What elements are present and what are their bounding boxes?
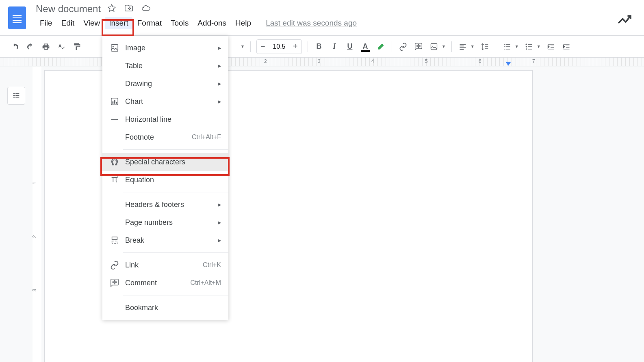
svg-rect-12: [112, 237, 117, 239]
add-comment-button[interactable]: [412, 40, 425, 54]
bulleted-list-caret[interactable]: ▼: [537, 44, 542, 49]
svg-rect-7: [113, 101, 114, 104]
italic-button[interactable]: I: [327, 40, 341, 54]
insert-break[interactable]: Break ▶: [102, 231, 228, 249]
menu-separator: [123, 149, 228, 150]
svg-point-5: [113, 46, 114, 47]
insert-equation[interactable]: 2 Equation: [102, 171, 228, 189]
print-button[interactable]: [39, 40, 53, 54]
align-dropdown-caret[interactable]: ▼: [471, 44, 476, 49]
image-dropdown-caret[interactable]: ▼: [442, 44, 447, 49]
submenu-arrow-icon: ▶: [218, 63, 221, 69]
svg-rect-0: [431, 43, 437, 50]
comment-icon: [110, 278, 119, 288]
svg-text:2: 2: [117, 176, 119, 179]
vertical-ruler[interactable]: 1 2 3: [33, 67, 41, 362]
insert-special-characters[interactable]: Special characters: [102, 153, 228, 171]
move-icon[interactable]: [124, 4, 133, 14]
insert-image[interactable]: Image ▶: [102, 39, 228, 57]
menu-view[interactable]: View: [79, 17, 104, 29]
font-size-decrease[interactable]: −: [257, 40, 269, 54]
text-color-button[interactable]: A: [358, 40, 372, 54]
insert-image-button[interactable]: [427, 40, 441, 54]
insert-comment[interactable]: Comment Ctrl+Alt+M: [102, 274, 228, 292]
outline-toggle-button[interactable]: [7, 87, 25, 105]
svg-rect-4: [111, 45, 118, 52]
insert-menu-dropdown: Image ▶ Table ▶ Drawing ▶ Chart ▶ Horizo…: [102, 36, 228, 320]
decrease-indent-button[interactable]: [544, 40, 558, 54]
docs-logo-icon[interactable]: [8, 6, 26, 29]
menu-help[interactable]: Help: [231, 17, 255, 29]
undo-button[interactable]: [8, 40, 22, 54]
insert-link-button[interactable]: [396, 40, 410, 54]
insert-table[interactable]: Table ▶: [102, 57, 228, 75]
menu-separator: [123, 252, 228, 253]
menu-separator: [123, 192, 228, 192]
horizontal-ruler[interactable]: 2 3 4 5 6 7: [0, 58, 644, 67]
toolbar: ▼ − + B I U A ▼ ▼ ▼ ▼: [0, 36, 644, 58]
horizontal-line-icon: [110, 114, 119, 124]
svg-rect-13: [112, 241, 117, 243]
svg-rect-8: [114, 100, 115, 103]
titlebar: New document File Edit View Insert Forma…: [0, 0, 644, 36]
link-icon: [110, 260, 119, 270]
menu-format[interactable]: Format: [133, 17, 166, 29]
submenu-arrow-icon: ▶: [218, 99, 221, 104]
submenu-arrow-icon: ▶: [218, 45, 221, 51]
menu-edit[interactable]: Edit: [57, 17, 79, 29]
submenu-arrow-icon: ▶: [218, 238, 221, 243]
bold-button[interactable]: B: [312, 40, 326, 54]
font-dropdown-caret[interactable]: ▼: [241, 44, 246, 49]
increase-indent-button[interactable]: [559, 40, 573, 54]
image-icon: [110, 43, 119, 53]
insert-drawing[interactable]: Drawing ▶: [102, 75, 228, 93]
star-icon[interactable]: [107, 4, 116, 14]
font-size-control: − +: [256, 39, 302, 54]
font-size-input[interactable]: [269, 43, 289, 50]
chart-icon: [110, 97, 119, 106]
svg-rect-9: [116, 102, 117, 104]
insert-page-numbers[interactable]: Page numbers ▶: [102, 213, 228, 231]
underline-button[interactable]: U: [343, 40, 357, 54]
menu-file[interactable]: File: [36, 17, 56, 29]
svg-point-1: [525, 43, 527, 45]
insert-footnote[interactable]: Footnote Ctrl+Alt+F: [102, 128, 228, 146]
menu-separator: [123, 295, 228, 295]
svg-point-3: [525, 48, 527, 50]
submenu-arrow-icon: ▶: [218, 81, 221, 86]
line-spacing-button[interactable]: [478, 40, 492, 54]
omega-icon: [110, 157, 119, 167]
last-edit-link[interactable]: Last edit was seconds ago: [266, 19, 357, 28]
submenu-arrow-icon: ▶: [218, 202, 221, 207]
menu-insert[interactable]: Insert: [105, 17, 132, 29]
insert-chart[interactable]: Chart ▶: [102, 93, 228, 110]
insert-link[interactable]: Link Ctrl+K: [102, 256, 228, 274]
numbered-list-button[interactable]: [500, 40, 514, 54]
redo-button[interactable]: [24, 40, 37, 54]
svg-rect-10: [111, 119, 118, 120]
insert-headers-footers[interactable]: Headers & footers ▶: [102, 196, 228, 213]
highlight-button[interactable]: [374, 40, 388, 54]
paint-format-button[interactable]: [70, 40, 84, 54]
numbered-list-caret[interactable]: ▼: [515, 44, 520, 49]
ruler-right-margin[interactable]: [505, 62, 511, 66]
pi-icon: 2: [110, 175, 119, 185]
document-area: 1 2 3: [0, 67, 644, 362]
page-break-icon: [110, 235, 119, 245]
document-title[interactable]: New document: [36, 3, 101, 15]
submenu-arrow-icon: ▶: [218, 220, 221, 225]
menu-addons[interactable]: Add-ons: [193, 17, 230, 29]
bulleted-list-button[interactable]: [522, 40, 536, 54]
menu-tools[interactable]: Tools: [167, 17, 193, 29]
spellcheck-button[interactable]: [54, 40, 68, 54]
align-button[interactable]: [456, 40, 470, 54]
menubar: File Edit View Insert Format Tools Add-o…: [36, 17, 636, 29]
activity-icon[interactable]: [617, 12, 632, 28]
insert-horizontal-line[interactable]: Horizontal line: [102, 110, 228, 128]
svg-point-2: [525, 46, 527, 47]
font-size-increase[interactable]: +: [289, 40, 301, 54]
insert-bookmark[interactable]: Bookmark: [102, 299, 228, 317]
cloud-status-icon[interactable]: [141, 4, 150, 14]
